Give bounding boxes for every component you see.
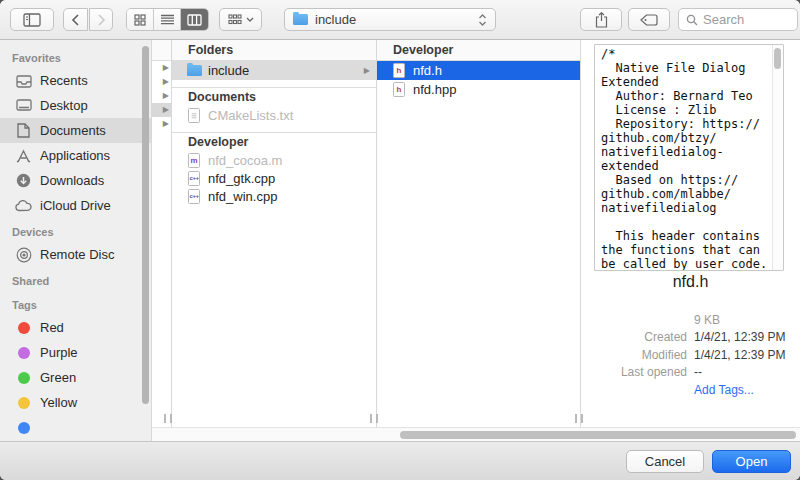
file-size: 9 KB <box>694 313 720 327</box>
file-row-nfd-cocoa[interactable]: m nfd_cocoa.m <box>172 151 376 169</box>
dialog-footer: Cancel Open <box>0 441 800 480</box>
mini-column-row[interactable]: ▶ <box>152 61 171 75</box>
disclosure-triangle-icon: ▶ <box>163 120 169 128</box>
search-placeholder: Search <box>703 12 744 27</box>
mini-column-row[interactable]: ▶ <box>152 75 171 89</box>
recents-icon <box>15 74 32 88</box>
meta-label: Created <box>581 330 687 344</box>
sidebar-item-tag-red[interactable]: Red <box>0 315 151 340</box>
sidebar-item-documents[interactable]: Documents <box>0 118 151 143</box>
preview-scrollbar-track[interactable] <box>772 45 783 270</box>
file-row-cmakelists[interactable]: ☰ CMakeLists.txt <box>172 106 376 125</box>
forward-button[interactable] <box>89 8 113 31</box>
tag-color-dot <box>15 347 32 359</box>
updown-chevrons-icon <box>478 14 487 26</box>
sidebar-item-label: Remote Disc <box>40 247 114 262</box>
back-button[interactable] <box>63 8 88 31</box>
file-row-include[interactable]: include ▶ <box>172 61 376 80</box>
cpp-source-icon: c++ <box>186 189 202 204</box>
share-icon <box>595 12 608 28</box>
folder-icon <box>186 65 202 76</box>
horizontal-scrollbar-thumb[interactable] <box>400 431 796 439</box>
group-header-documents: Documents <box>172 88 376 106</box>
meta-value: 1/4/21, 12:39 PM <box>694 348 785 362</box>
sidebar-section-devices: Devices <box>0 218 151 242</box>
sidebar-section-shared: Shared <box>0 267 151 291</box>
sidebar-item-recents[interactable]: Recents <box>0 68 151 93</box>
column-resize-handle[interactable] <box>370 414 378 423</box>
disclosure-triangle-icon: ▶ <box>364 67 370 75</box>
sidebar-section-favorites: Favorites <box>0 44 151 68</box>
sidebar-section-tags: Tags <box>0 291 151 315</box>
mini-column-row[interactable]: ▶ <box>152 117 171 131</box>
search-input[interactable]: Search <box>678 8 798 31</box>
sidebar-item-label: Documents <box>40 123 106 138</box>
group-header-folders: Folders <box>172 40 376 61</box>
tags-button[interactable] <box>628 8 670 31</box>
tag-color-dot <box>15 422 32 434</box>
file-row-nfd-win[interactable]: c++ nfd_win.cpp <box>172 187 376 205</box>
open-button[interactable]: Open <box>712 450 791 473</box>
sidebar-item-label: Recents <box>40 73 88 88</box>
preview-scrollbar-thumb[interactable] <box>774 48 781 69</box>
file-row-nfd-h-selected[interactable]: h nfd.h <box>377 61 580 80</box>
list-view-button[interactable] <box>154 9 181 30</box>
path-dropdown[interactable]: include <box>284 8 496 31</box>
mini-column-header <box>152 40 171 61</box>
file-browser: ▶ ▶ ▶ ▶ ▶ Folders include ▶ Documents <box>152 40 800 441</box>
chevron-right-icon <box>97 14 106 26</box>
cancel-button[interactable]: Cancel <box>626 450 704 473</box>
mini-column-row[interactable]: ▶ <box>152 89 171 103</box>
group-header-developer-2: Developer <box>377 40 580 61</box>
sidebar-item-downloads[interactable]: Downloads <box>0 168 151 193</box>
sidebar-item-applications[interactable]: Applications <box>0 143 151 168</box>
icon-view-icon <box>134 14 146 26</box>
file-name: nfd_win.cpp <box>208 189 376 204</box>
group-by-button[interactable] <box>219 8 262 31</box>
icon-view-button[interactable] <box>127 9 154 30</box>
search-icon <box>686 14 698 26</box>
column-view-button[interactable] <box>181 9 208 30</box>
open-file-dialog: include Search Favorites <box>0 0 800 480</box>
files-column: Developer h nfd.h h nfd.hpp <box>377 40 581 427</box>
mini-column-row-selected[interactable]: ▶ <box>152 103 171 117</box>
tag-color-dot <box>15 372 32 384</box>
file-preview-box: /* Native File Dialog Extended Author: B… <box>594 44 784 271</box>
desktop-icon <box>15 99 32 112</box>
cpp-source-icon: c++ <box>186 171 202 186</box>
file-row-nfd-gtk[interactable]: c++ nfd_gtk.cpp <box>172 169 376 187</box>
sidebar-item-label: Desktop <box>40 98 88 113</box>
column-resize-handle[interactable] <box>164 414 172 423</box>
sidebar-item-desktop[interactable]: Desktop <box>0 93 151 118</box>
sidebar-scrollbar[interactable] <box>142 46 149 404</box>
share-button[interactable] <box>580 8 622 31</box>
tag-icon <box>640 14 658 26</box>
sidebar-item-tag-blue[interactable] <box>0 415 151 440</box>
preview-code-text: /* Native File Dialog Extended Author: B… <box>595 45 783 271</box>
preview-metadata: 9 KB Created 1/4/21, 12:39 PM Modified 1… <box>581 311 800 399</box>
sidebar-item-tag-green[interactable]: Green <box>0 365 151 390</box>
m-source-icon: m <box>186 153 202 168</box>
meta-label: Last opened <box>581 365 687 379</box>
meta-row-modified: Modified 1/4/21, 12:39 PM <box>581 346 800 364</box>
file-name: include <box>208 63 364 78</box>
sidebar-toggle-button[interactable] <box>10 8 54 31</box>
horizontal-scrollbar-track[interactable] <box>152 427 800 441</box>
downloads-icon <box>15 173 32 188</box>
text-doc-icon: ☰ <box>186 108 202 123</box>
mini-column[interactable]: ▶ ▶ ▶ ▶ ▶ <box>152 40 172 427</box>
file-row-nfd-hpp[interactable]: h nfd.hpp <box>377 80 580 98</box>
disclosure-triangle-icon: ▶ <box>163 106 169 114</box>
meta-row-last-opened: Last opened -- <box>581 364 800 382</box>
disclosure-triangle-icon: ▶ <box>163 78 169 86</box>
sidebar-item-tag-purple[interactable]: Purple <box>0 340 151 365</box>
sidebar-item-tag-yellow[interactable]: Yellow <box>0 390 151 415</box>
column-resize-handle[interactable] <box>575 414 583 423</box>
group-header-developer: Developer <box>172 133 376 151</box>
sidebar-item-label: Green <box>40 370 76 385</box>
file-name: nfd_gtk.cpp <box>208 171 376 186</box>
add-tags-link[interactable]: Add Tags... <box>694 383 754 397</box>
sidebar-item-icloud-drive[interactable]: iCloud Drive <box>0 193 151 218</box>
preview-pane: /* Native File Dialog Extended Author: B… <box>581 40 800 427</box>
sidebar-item-remote-disc[interactable]: Remote Disc <box>0 242 151 267</box>
